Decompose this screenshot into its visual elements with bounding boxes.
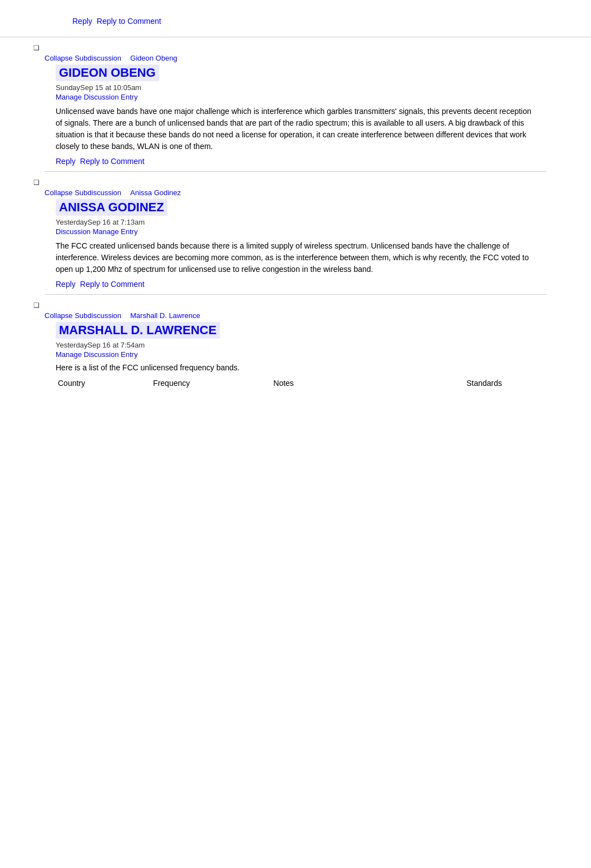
separator-1: [45, 171, 546, 172]
discussion-header-anissa: Collapse Subdiscussion Anissa Godinez: [45, 189, 546, 197]
discussion-entry-marshall: Collapse Subdiscussion Marshall D. Lawre…: [45, 311, 546, 390]
discussion-header-marshall: Collapse Subdiscussion Marshall D. Lawre…: [45, 311, 546, 320]
user-link-anissa[interactable]: Anissa Godinez: [130, 189, 181, 197]
toggle-arrow-1[interactable]: ❑: [33, 44, 45, 52]
top-reply-section: Reply Reply to Comment: [0, 11, 591, 37]
toggle-arrow-2[interactable]: ❑: [33, 178, 45, 186]
reply-to-comment-button-gideon[interactable]: Reply to Comment: [80, 157, 145, 166]
entry-meta-gideon: SundaySep 15 at 10:05am: [56, 83, 546, 92]
user-name-anissa: ANISSA GODINEZ: [45, 199, 546, 218]
collapse-subdiscussion-gideon[interactable]: Collapse Subdiscussion: [45, 54, 121, 62]
manage-entry-marshall[interactable]: Manage Discussion Entry: [56, 350, 546, 359]
user-name-gideon: GIDEON OBENG: [45, 65, 546, 83]
top-reply-links: Reply Reply to Comment: [72, 17, 519, 26]
top-reply-to-comment-button[interactable]: Reply to Comment: [97, 17, 161, 26]
entry-meta-marshall: YesterdaySep 16 at 7:54am: [56, 341, 546, 349]
col-header-standards: Standards: [348, 376, 535, 390]
discussion-entry-gideon: Collapse Subdiscussion Gideon Obeng GIDE…: [45, 54, 546, 166]
user-name-marshall: MARSHALL D. LAWRENCE: [45, 322, 546, 341]
page-container: Reply Reply to Comment ❑ Collapse Subdis…: [0, 0, 591, 406]
entry-body-gideon: Unlicensed wave bands have one major cha…: [56, 106, 535, 152]
reply-to-comment-button-anissa[interactable]: Reply to Comment: [80, 280, 145, 289]
user-link-gideon[interactable]: Gideon Obeng: [130, 54, 178, 62]
manage-entry-anissa[interactable]: Discussion Manage Entry: [56, 227, 546, 236]
separator-2: [45, 294, 546, 295]
collapse-subdiscussion-anissa[interactable]: Collapse Subdiscussion: [45, 189, 121, 197]
discussion-entry-anissa: Collapse Subdiscussion Anissa Godinez AN…: [45, 189, 546, 289]
manage-entry-gideon[interactable]: Manage Discussion Entry: [56, 93, 546, 101]
entry-body-anissa: The FCC created unlicensed bands because…: [56, 240, 535, 275]
reply-button-gideon[interactable]: Reply: [56, 157, 76, 166]
fcc-table: Country Frequency Notes Standards: [56, 376, 535, 390]
collapse-subdiscussion-marshall[interactable]: Collapse Subdiscussion: [45, 311, 121, 320]
intro-text-marshall: Here is a list of the FCC unlicensed fre…: [56, 363, 546, 372]
bottom-reply-links-gideon: Reply Reply to Comment: [56, 157, 546, 166]
toggle-arrow-3[interactable]: ❑: [33, 301, 45, 309]
discussion-header-gideon: Collapse Subdiscussion Gideon Obeng: [45, 54, 546, 62]
bottom-reply-links-anissa: Reply Reply to Comment: [56, 280, 546, 289]
col-header-country: Country: [56, 376, 151, 390]
reply-button-anissa[interactable]: Reply: [56, 280, 76, 289]
col-header-frequency: Frequency: [151, 376, 271, 390]
user-link-marshall[interactable]: Marshall D. Lawrence: [130, 311, 200, 320]
top-reply-button[interactable]: Reply: [72, 17, 92, 26]
entry-meta-anissa: YesterdaySep 16 at 7:13am: [56, 218, 546, 226]
table-header-row: Country Frequency Notes Standards: [56, 376, 535, 390]
col-header-notes: Notes: [271, 376, 348, 390]
